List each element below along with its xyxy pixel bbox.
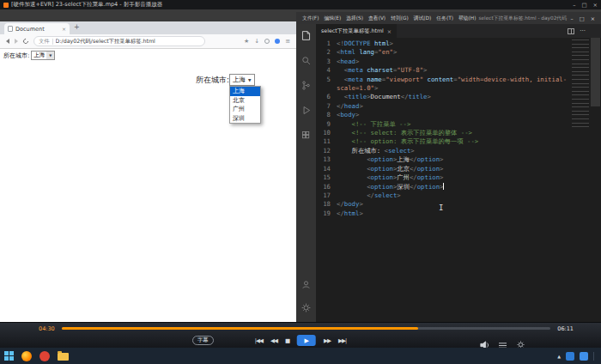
- sync-status-icon[interactable]: [275, 39, 280, 44]
- city-select-open[interactable]: 上海 ▼: [229, 74, 254, 86]
- more-actions-icon[interactable]: ···: [580, 27, 586, 34]
- source-control-icon[interactable]: [300, 78, 312, 94]
- search-icon[interactable]: [300, 53, 312, 70]
- browser-toolbar: 文件 D:/day02代码/select下拉菜单标签.html ★ ↓ ≡: [0, 34, 296, 49]
- vscode-close-button[interactable]: ×: [591, 15, 595, 21]
- code-line[interactable]: 15 <option>广州</option>: [316, 173, 570, 182]
- player-maximize-button[interactable]: □: [581, 2, 586, 9]
- minimap[interactable]: [572, 39, 589, 127]
- current-time: 04:30: [39, 325, 55, 332]
- new-tab-button[interactable]: +: [74, 23, 80, 31]
- code-line[interactable]: 9 <!-- 下拉菜单 -->: [316, 120, 570, 129]
- file-explorer-taskbar-icon[interactable]: [58, 353, 69, 361]
- dropdown-option[interactable]: 北京: [230, 96, 260, 106]
- menu-item[interactable]: 查看(V): [366, 15, 388, 22]
- code-line[interactable]: 7</head>: [316, 102, 570, 111]
- code-line[interactable]: 13 <option>上海</option>: [316, 155, 570, 164]
- city-select-open-value: 上海: [233, 76, 246, 84]
- code-line[interactable]: 12 所在城市: <select>: [316, 147, 570, 155]
- player-window-title: [硬件加速+EVR] 23-select下拉菜单.mp4 - 射手影音播放器: [11, 1, 570, 9]
- code-editor[interactable]: 1<!DOCTYPE html>2<html lang="en">3<head>…: [316, 38, 601, 322]
- code-line[interactable]: 3<head>: [316, 58, 570, 66]
- download-icon[interactable]: ↓: [254, 39, 259, 45]
- debug-icon[interactable]: [300, 103, 312, 119]
- seek-fill: [62, 327, 419, 330]
- menu-item[interactable]: 选择(S): [343, 15, 366, 22]
- user-avatar-icon[interactable]: [264, 39, 270, 44]
- vscode-minimize-button[interactable]: –: [571, 15, 574, 21]
- explorer-icon[interactable]: [300, 28, 312, 45]
- dropdown-option[interactable]: 广州: [230, 105, 260, 114]
- settings-gear-icon[interactable]: [300, 300, 312, 317]
- code-line[interactable]: 4 <meta charset="UTF-8">: [316, 66, 570, 75]
- next-track-button[interactable]: ▶▶|: [338, 337, 346, 344]
- show-desktop-button[interactable]: [593, 352, 597, 361]
- address-bar[interactable]: 文件 D:/day02代码/select下拉菜单标签.html: [33, 36, 205, 46]
- menu-item[interactable]: 文件(F): [300, 15, 321, 22]
- tab-close-icon[interactable]: ×: [62, 26, 66, 32]
- input-method-icon[interactable]: [580, 352, 588, 361]
- mouse-ibeam-cursor: I: [439, 203, 443, 212]
- previous-track-button[interactable]: |◀◀: [255, 337, 263, 344]
- code-line[interactable]: 2<html lang="en">: [316, 48, 570, 57]
- rewind-button[interactable]: ◀◀: [270, 337, 277, 344]
- tray-chevron-icon[interactable]: ▲: [557, 354, 561, 359]
- refresh-icon[interactable]: [22, 38, 29, 45]
- address-url: D:/day02代码/select下拉菜单标签.html: [56, 38, 155, 46]
- player-close-button[interactable]: ×: [593, 2, 598, 9]
- vscode-menubar-items: 文件(F)编辑(E)选择(S)查看(V)转到(G)调试(D)任务(T)帮助(H): [300, 15, 478, 22]
- stop-button[interactable]: ■: [285, 337, 289, 344]
- fast-forward-button[interactable]: ▶▶: [324, 337, 331, 344]
- city-label-large: 所在城市:: [196, 74, 229, 86]
- dropdown-option[interactable]: 上海: [230, 87, 260, 96]
- editor-scrollbar[interactable]: [590, 38, 601, 322]
- city-select-closed[interactable]: 上海 ▼: [31, 51, 55, 60]
- back-icon[interactable]: [6, 39, 9, 44]
- video-area[interactable]: Document × + 文件 D:/day02代码/select下拉菜单标签.…: [0, 9, 601, 322]
- player-minimize-button[interactable]: –: [573, 2, 575, 9]
- code-line[interactable]: 10 <!-- select: 表示下拉菜单的整体 -->: [316, 129, 570, 137]
- activity-bar: [296, 24, 316, 322]
- menu-item[interactable]: 编辑(E): [321, 15, 343, 22]
- split-editor-icon[interactable]: [568, 28, 574, 34]
- code-line[interactable]: 16 <option>深圳</option>: [316, 183, 570, 191]
- subtitle-button[interactable]: 字幕: [192, 336, 214, 345]
- bookmark-star-icon[interactable]: ★: [244, 39, 249, 45]
- browser-page: 所在城市: 上海 ▼ 所在城市: 上海 ▼ 上海北京广州深圳: [0, 49, 296, 322]
- vscode-maximize-button[interactable]: □: [580, 15, 585, 21]
- menu-item[interactable]: 帮助(H): [456, 15, 478, 22]
- code-line[interactable]: 8<body>: [316, 111, 570, 119]
- city-select-value: 上海: [33, 52, 45, 59]
- browser-tab[interactable]: Document ×: [4, 23, 70, 34]
- seek-bar[interactable]: [62, 327, 551, 330]
- page-select-row: 所在城市: 上海 ▼: [3, 51, 55, 60]
- city-label: 所在城市:: [3, 52, 29, 60]
- menu-item[interactable]: 转到(G): [388, 15, 411, 22]
- start-button[interactable]: [4, 351, 14, 361]
- code-line[interactable]: 14 <option>北京</option>: [316, 165, 570, 173]
- account-icon[interactable]: [300, 277, 312, 294]
- tab-close-icon[interactable]: ×: [387, 28, 392, 34]
- total-time: 06:11: [557, 325, 574, 332]
- code-line[interactable]: 11 <!-- option: 表示下拉菜单的每一项 -->: [316, 137, 570, 146]
- code-line[interactable]: 17 </select>: [316, 191, 570, 200]
- dropdown-list: 上海北京广州深圳: [229, 86, 261, 124]
- extensions-icon[interactable]: [300, 128, 312, 144]
- editor-tab[interactable]: select下拉菜单标签.html ×: [316, 24, 397, 38]
- forward-icon[interactable]: [15, 39, 18, 44]
- player-titlebar: [硬件加速+EVR] 23-select下拉菜单.mp4 - 射手影音播放器 –…: [0, 0, 601, 9]
- code-line[interactable]: 1<!DOCTYPE html>: [316, 39, 570, 48]
- browser-menu-icon[interactable]: ≡: [285, 39, 290, 45]
- firefox-taskbar-icon[interactable]: [21, 351, 32, 361]
- scrollbar-thumb[interactable]: [591, 38, 600, 106]
- seek-row: 04:30 06:11: [0, 325, 601, 332]
- media-player-taskbar-icon[interactable]: [39, 351, 50, 361]
- menu-item[interactable]: 调试(D): [411, 15, 434, 22]
- vscode-window-title: select下拉菜单标签.html - day02代码 - Visu...: [478, 15, 568, 22]
- menu-item[interactable]: 任务(T): [434, 15, 456, 22]
- code-line[interactable]: 5 <meta name="viewport" content="width=d…: [316, 76, 570, 94]
- play-button[interactable]: ▶: [297, 335, 316, 346]
- dropdown-option[interactable]: 深圳: [230, 114, 260, 124]
- code-line[interactable]: 6 <title>Document</title>: [316, 93, 570, 101]
- tray-app-icon[interactable]: [566, 352, 574, 361]
